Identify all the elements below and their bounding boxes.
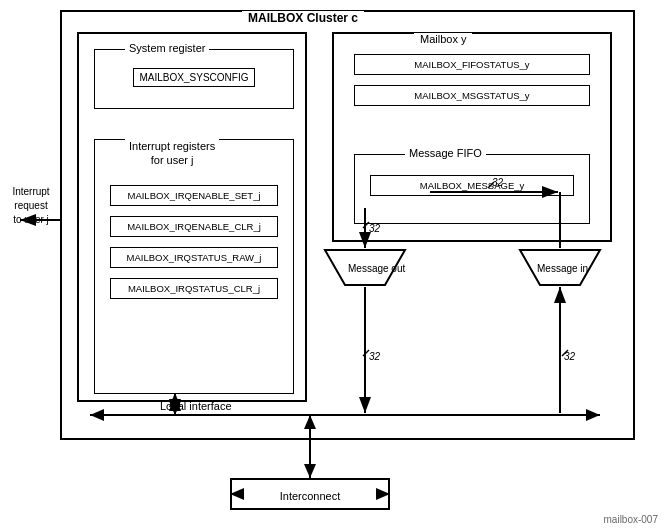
svg-marker-12 [304, 464, 316, 478]
interrupt-label: Interruptrequestto user j [2, 185, 60, 227]
message-reg: MAILBOX_MESSAGE_y [370, 175, 574, 196]
fifostatus-reg: MAILBOX_FIFOSTATUS_y [354, 54, 590, 75]
irq-reg-0: MAILBOX_IRQENABLE_SET_j [110, 185, 278, 206]
inner-left-box: System register MAILBOX_SYSCONFIG Interr… [77, 32, 307, 402]
msgstatus-reg: MAILBOX_MSGSTATUS_y [354, 85, 590, 106]
mailbox-y-outer-box: Mailbox y MAILBOX_FIFOSTATUS_y MAILBOX_M… [332, 32, 612, 242]
interrupt-reg-list: MAILBOX_IRQENABLE_SET_j MAILBOX_IRQENABL… [110, 185, 278, 309]
mailbox-y-regs: MAILBOX_FIFOSTATUS_y MAILBOX_MSGSTATUS_y [354, 54, 590, 116]
system-register-title: System register [125, 42, 209, 54]
local-interface-label: Local interface [160, 400, 232, 412]
irq-reg-1: MAILBOX_IRQENABLE_CLR_j [110, 216, 278, 237]
irq-reg-3: MAILBOX_IRQSTATUS_CLR_j [110, 278, 278, 299]
system-register-box: System register MAILBOX_SYSCONFIG [94, 49, 294, 109]
interconnect-box: Interconnect [230, 478, 390, 510]
diagram-wrapper: MAILBOX Cluster c System register MAILBO… [0, 0, 666, 530]
message-fifo-box: Message FIFO MAILBOX_MESSAGE_y [354, 154, 590, 224]
outer-box-title: MAILBOX Cluster c [242, 11, 364, 25]
interrupt-registers-box: Interrupt registers for user j MAILBOX_I… [94, 139, 294, 394]
sysconfig-reg: MAILBOX_SYSCONFIG [133, 68, 256, 87]
irq-reg-2: MAILBOX_IRQSTATUS_RAW_j [110, 247, 278, 268]
outer-box: MAILBOX Cluster c System register MAILBO… [60, 10, 635, 440]
message-fifo-title: Message FIFO [405, 147, 486, 159]
watermark: mailbox-007 [604, 514, 658, 525]
interrupt-registers-title: Interrupt registers for user j [125, 139, 219, 168]
mailbox-y-title: Mailbox y [414, 33, 472, 45]
